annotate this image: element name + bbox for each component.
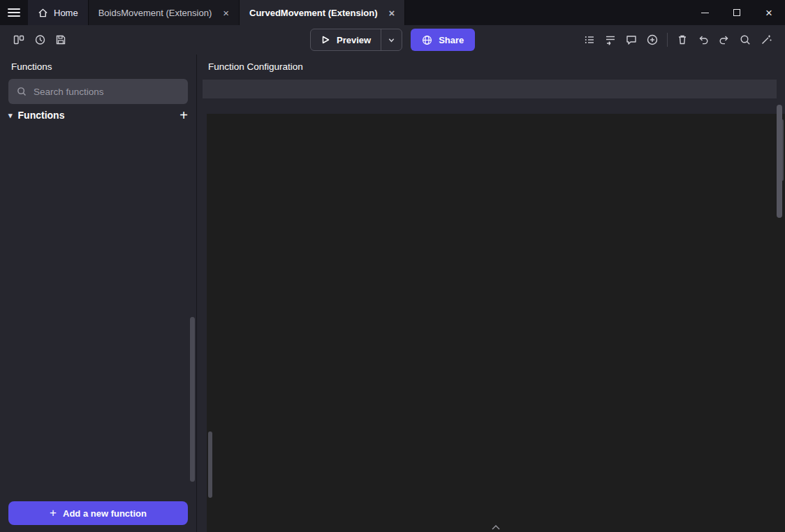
- tab-label: CurvedMovement (Extension): [249, 8, 377, 18]
- titlebar: Home BoidsMovement (Extension) × CurvedM…: [0, 0, 785, 25]
- close-window-button[interactable]: ×: [753, 0, 785, 25]
- history-icon: [34, 34, 46, 46]
- search-button[interactable]: [735, 29, 756, 50]
- add-new-function-button[interactable]: + Add a new function: [8, 501, 188, 525]
- share-label: Share: [439, 35, 464, 45]
- main-menu-button[interactable]: [0, 0, 28, 25]
- collapse-arrow-icon: ▾: [8, 111, 13, 120]
- functions-list: ▾ Functions +: [0, 110, 196, 497]
- tab-label: Home: [54, 8, 78, 18]
- search-icon: [16, 86, 27, 97]
- preview-options-button[interactable]: [381, 29, 402, 50]
- search-functions-box[interactable]: [8, 79, 188, 104]
- close-tab-icon[interactable]: ×: [389, 8, 395, 18]
- chevron-down-icon: [388, 36, 395, 44]
- toolbar: Preview Share: [0, 25, 785, 54]
- magic-wand-icon: [760, 34, 772, 46]
- hamburger-icon: [8, 6, 20, 19]
- tab-boidsmovement[interactable]: BoidsMovement (Extension) ×: [89, 0, 240, 25]
- add-button[interactable]: [642, 29, 663, 50]
- toolbar-separator: [667, 33, 668, 47]
- minimize-icon: [701, 13, 709, 13]
- functions-sidebar: Functions ▾ Functions + + Add a new func…: [0, 54, 197, 532]
- functions-section-header[interactable]: ▾ Functions +: [0, 110, 196, 126]
- share-button[interactable]: Share: [411, 29, 475, 51]
- gdevelop-window: Home BoidsMovement (Extension) × CurvedM…: [0, 0, 785, 532]
- panels-icon: [13, 34, 25, 46]
- globe-icon: [422, 35, 432, 45]
- console-button[interactable]: [579, 29, 600, 50]
- debugger-button[interactable]: [600, 29, 621, 50]
- save-icon: [54, 34, 67, 46]
- preview-label: Preview: [337, 35, 371, 45]
- feedback-button[interactable]: [621, 29, 642, 50]
- search-functions-input[interactable]: [34, 87, 180, 97]
- maximize-button[interactable]: [721, 0, 753, 25]
- undo-button[interactable]: [693, 29, 714, 50]
- tab-curvedmovement[interactable]: CurvedMovement (Extension) ×: [240, 0, 405, 25]
- preview-button[interactable]: Preview: [310, 29, 402, 51]
- minimize-button[interactable]: [689, 0, 721, 25]
- parameters-section: [197, 98, 785, 114]
- function-configuration-panel: Function Configuration: [197, 54, 785, 532]
- play-icon: [321, 35, 330, 45]
- undo-icon: [697, 34, 710, 46]
- plus-circle-icon: [646, 34, 659, 46]
- javascript-code-editor[interactable]: [207, 114, 785, 532]
- chat-bubble-icon: [625, 34, 638, 46]
- search-icon: [739, 34, 751, 46]
- plus-icon: +: [50, 506, 57, 520]
- history-button[interactable]: [29, 29, 50, 50]
- close-tab-icon[interactable]: ×: [223, 8, 229, 18]
- add-function-icon[interactable]: +: [179, 110, 188, 124]
- sidebar-scrollbar[interactable]: [190, 317, 195, 482]
- save-button[interactable]: [50, 29, 71, 50]
- panels-button[interactable]: [8, 29, 29, 50]
- chevron-up-icon: [492, 525, 500, 530]
- trash-icon: [676, 34, 689, 46]
- tab-label: BoidsMovement (Extension): [98, 8, 212, 18]
- parameters-scrollbar[interactable]: [777, 105, 782, 218]
- redo-icon: [718, 34, 731, 46]
- configuration-tabs: [203, 80, 777, 98]
- delete-button[interactable]: [672, 29, 693, 50]
- panel-scrollbar[interactable]: [208, 431, 212, 498]
- section-title: Functions: [18, 110, 65, 121]
- content-area: Functions ▾ Functions + + Add a new func…: [0, 54, 785, 532]
- redo-button[interactable]: [714, 29, 735, 50]
- theme-button[interactable]: [756, 29, 777, 50]
- add-function-label: Add a new function: [63, 508, 147, 519]
- panel-title: Function Configuration: [197, 54, 785, 76]
- close-icon: ×: [765, 7, 772, 19]
- window-controls: ×: [689, 0, 785, 25]
- console-icon: [583, 34, 596, 46]
- tab-home[interactable]: Home: [28, 0, 89, 25]
- home-icon: [38, 8, 48, 18]
- debugger-icon: [604, 34, 617, 46]
- maximize-icon: [733, 9, 740, 16]
- collapse-editor-button[interactable]: [492, 525, 500, 530]
- sidebar-title: Functions: [0, 54, 196, 76]
